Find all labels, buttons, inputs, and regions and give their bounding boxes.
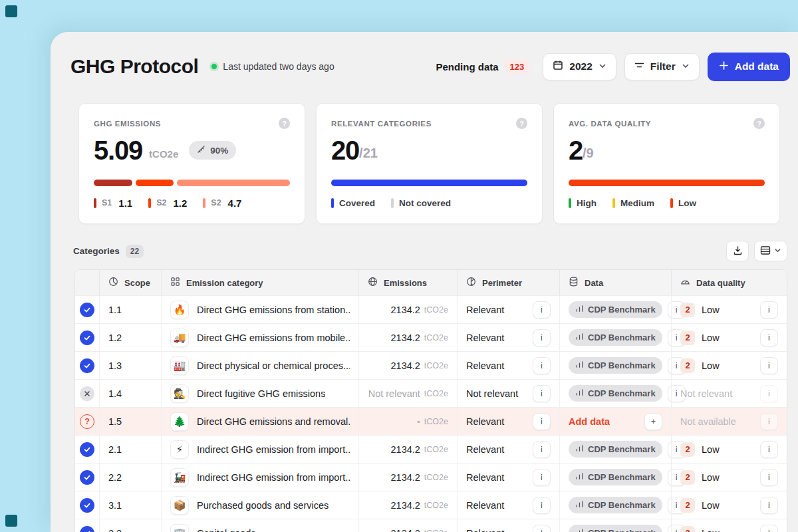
cdp-benchmark-chip: CDP Benchmark (569, 357, 662, 374)
info-button[interactable]: i (533, 413, 551, 430)
bar-chart-icon (575, 444, 584, 454)
row-pending-icon[interactable]: ? (80, 414, 94, 429)
categories-count-badge: 22 (126, 245, 144, 258)
data-quality-cell: Not relevanti (671, 380, 787, 407)
emissions-value: 2134.2 (391, 528, 420, 532)
category-cell: 🚂Indirect GHG emission from import... (161, 464, 358, 491)
info-button[interactable]: i (533, 357, 551, 374)
cdp-benchmark-chip: CDP Benchmark (569, 301, 662, 318)
table-body: 1.1🔥Direct GHG emissions from station...… (75, 295, 787, 532)
plus-icon (719, 61, 729, 73)
quality-label: Low (702, 332, 720, 343)
info-button[interactable]: i (760, 329, 778, 346)
categories-table: Scope Emission category Emissions Perime… (74, 269, 787, 532)
help-icon[interactable]: ? (279, 118, 290, 129)
row-checked-icon[interactable] (80, 470, 94, 485)
category-cell: 🌲Direct GHG emissions and removal... (161, 408, 358, 435)
emissions-value: 5.09 (94, 136, 142, 166)
category-cell: 🔥Direct GHG emissions from station... (161, 296, 358, 323)
column-label: Scope (124, 278, 150, 288)
quality-label: Not available (680, 416, 736, 427)
info-button[interactable]: i (533, 329, 551, 346)
row-excluded-icon[interactable] (80, 386, 94, 401)
legend-label: Medium (620, 198, 654, 208)
info-button[interactable]: i (760, 385, 778, 402)
legend-item: High (569, 198, 597, 208)
data-quality-cell: 2Lowi (671, 352, 787, 379)
row-checked-icon[interactable] (80, 442, 94, 457)
info-button[interactable]: i (533, 385, 551, 402)
category-cell: 🏢Capital goods (161, 519, 358, 532)
column-header-data-quality: Data quality (671, 270, 787, 295)
chevron-down-icon (682, 61, 690, 72)
quality-score-badge: 2 (680, 470, 695, 485)
emissions-value: 2134.2 (391, 332, 420, 343)
info-button[interactable]: i (533, 301, 551, 319)
emissions-value: 2134.2 (391, 472, 420, 483)
info-button[interactable]: i (760, 413, 778, 430)
card-relevant-categories: RELEVANT CATEGORIES ? 20 /21 Covered Not… (316, 103, 543, 224)
legend-tick (203, 198, 205, 208)
quality-total: /9 (583, 146, 594, 161)
data-cell: Add data+ (559, 408, 671, 435)
help-icon[interactable]: ? (516, 118, 527, 129)
legend-item: S1 1.1 (94, 198, 132, 209)
info-button[interactable]: i (533, 469, 551, 486)
view-options-button[interactable] (754, 241, 787, 261)
add-data-button[interactable]: Add data (708, 53, 790, 81)
row-status-cell (75, 296, 99, 323)
help-icon[interactable]: ? (753, 118, 765, 129)
category-cell: ⚡Indirect GHG emission from import... (161, 436, 358, 463)
info-button[interactable]: i (760, 469, 778, 486)
table-row: 1.4🕵️Direct fugitive GHG emissionsNot re… (75, 379, 787, 407)
info-button[interactable]: i (533, 441, 551, 458)
row-checked-icon[interactable] (80, 303, 94, 317)
row-status-cell (75, 519, 99, 532)
card-label: GHG EMISSIONS (94, 120, 161, 128)
info-button[interactable]: i (760, 497, 778, 514)
emissions-value: 2134.2 (391, 305, 420, 315)
row-status-cell (75, 436, 99, 463)
legend-scope: S1 (102, 198, 112, 207)
perimeter-cell: Relevanti (457, 324, 559, 351)
add-data-link[interactable]: Add data (569, 416, 610, 427)
row-checked-icon[interactable] (80, 358, 94, 373)
grid-icon (170, 277, 180, 289)
perimeter-cell: Relevanti (457, 519, 559, 532)
info-button[interactable]: i (760, 357, 778, 374)
info-button[interactable]: i (760, 441, 778, 458)
column-header-emission-category: Emission category (161, 270, 358, 295)
year-select[interactable]: 2022 (543, 53, 616, 80)
pending-data: Pending data 123 (436, 59, 529, 74)
quality-score-badge: 2 (680, 498, 695, 513)
row-status-cell (75, 380, 99, 407)
info-button[interactable]: i (533, 525, 551, 532)
bar-chart-icon (575, 388, 584, 398)
legend-label: Covered (339, 198, 375, 208)
row-checked-icon[interactable] (80, 498, 94, 513)
quality-label: Low (702, 500, 720, 511)
row-checked-icon[interactable] (80, 526, 94, 532)
column-label: Data quality (696, 278, 745, 288)
category-cell: 🕵️Direct fugitive GHG emissions (161, 380, 358, 407)
info-button[interactable]: i (760, 525, 778, 532)
pending-count-badge: 123 (505, 59, 530, 74)
detective-icon: 🕵️ (170, 384, 189, 403)
add-button[interactable]: + (644, 413, 662, 430)
info-button[interactable]: i (533, 497, 551, 514)
row-checked-icon[interactable] (80, 331, 94, 345)
card-label: AVG. DATA QUALITY (569, 120, 651, 128)
ruler-icon (197, 145, 205, 156)
category-cell: 📦Purchased goods and services (161, 491, 358, 519)
perimeter-cell: Relevanti (457, 491, 559, 519)
info-button[interactable]: i (760, 301, 778, 319)
filter-button[interactable]: Filter (624, 53, 700, 80)
bar-chart-icon (575, 500, 584, 510)
categories-value: 20 (331, 136, 359, 166)
legend-label: Not covered (399, 198, 451, 208)
download-button[interactable] (726, 241, 749, 261)
package-icon: 📦 (170, 496, 189, 515)
cdp-benchmark-chip: CDP Benchmark (569, 329, 662, 346)
emissions-unit: tCO2e (424, 473, 448, 482)
perimeter-cell: Relevanti (457, 352, 559, 379)
